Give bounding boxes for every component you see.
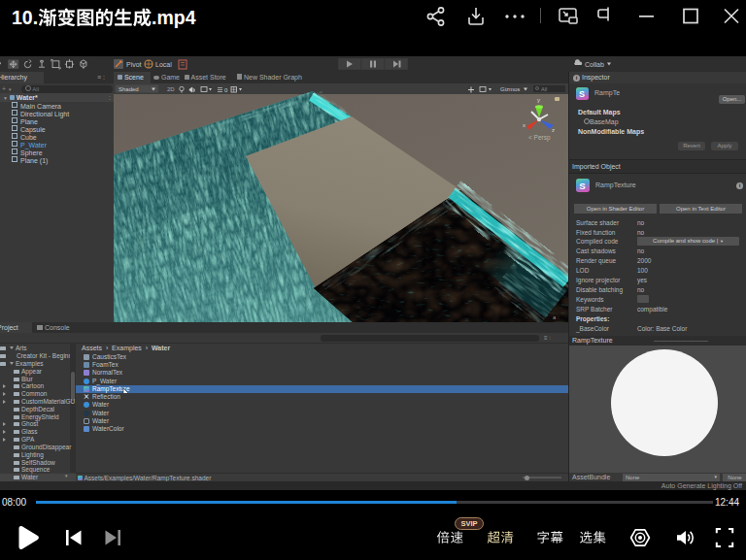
svg-text:.mp4: .mp4 (152, 7, 196, 28)
svg-text:Local: Local (155, 61, 172, 68)
svg-text:Pivot: Pivot (126, 61, 142, 68)
svg-text:2D: 2D (167, 86, 175, 92)
svg-text:S: S (579, 89, 585, 99)
svg-text:Gizmos: Gizmos (500, 86, 520, 92)
svg-text:All: All (541, 86, 547, 92)
svg-text:y: y (537, 97, 540, 103)
svg-text:Shaded: Shaded (119, 86, 139, 92)
svg-text:z: z (552, 127, 555, 133)
svg-text:S: S (579, 181, 586, 191)
svg-text:< Persp: < Persp (528, 134, 551, 142)
svg-text:a :: a : (553, 314, 560, 320)
svg-text:x: x (523, 122, 526, 128)
svg-text:10.: 10. (12, 7, 38, 28)
svg-text:Collab: Collab (585, 61, 604, 68)
